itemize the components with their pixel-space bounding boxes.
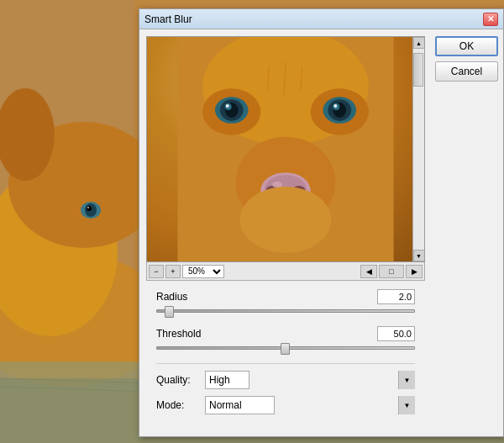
threshold-row: Threshold [156,326,415,341]
mode-dropdown-wrapper: Normal Edge Only Overlay Edge ▼ [205,396,415,414]
dialog-body: ▲ ▼ − + 25% 50% 100% 200% ◀ [139,29,503,436]
mode-dropdown-arrow: ▼ [398,396,415,414]
scroll-up-button[interactable]: ▲ [413,37,425,49]
scroll-thumb[interactable] [413,53,423,87]
quality-dropdown-arrow: ▼ [398,371,415,389]
nav-left-button[interactable]: ◀ [360,265,377,278]
radius-row: Radius [156,289,415,304]
quality-dropdown-wrapper: Low Medium High ▼ [205,371,415,389]
nav-thumb[interactable]: □ [379,265,404,278]
zoom-select[interactable]: 25% 50% 100% 200% [182,265,224,278]
preview-image [147,37,424,261]
svg-point-13 [87,207,89,208]
mode-label: Mode: [156,399,198,411]
left-panel: ▲ ▼ − + 25% 50% 100% 200% ◀ [139,29,432,436]
mode-row: Mode: Normal Edge Only Overlay Edge ▼ [156,396,415,414]
mode-select[interactable]: Normal Edge Only Overlay Edge [205,396,275,414]
threshold-slider-row [156,346,415,355]
dialog-title: Smart Blur [144,13,192,25]
quality-row: Quality: Low Medium High ▼ [156,371,415,389]
preview-container: ▲ ▼ [146,36,425,262]
preview-scrollbar-vertical: ▲ ▼ [412,37,424,261]
right-panel: OK Cancel [432,29,503,436]
smart-blur-dialog: Smart Blur ✕ [139,8,504,437]
svg-point-36 [240,187,332,253]
cancel-button[interactable]: Cancel [435,61,498,82]
threshold-slider-thumb[interactable] [281,343,290,355]
divider [156,363,415,364]
quality-select[interactable]: Low Medium High [205,371,249,389]
controls-panel: Radius Threshold [146,281,425,430]
close-button[interactable]: ✕ [483,13,498,26]
svg-point-23 [226,104,229,108]
dialog-titlebar: Smart Blur ✕ [139,9,503,29]
scroll-down-button[interactable]: ▼ [413,250,425,261]
radius-label: Radius [156,291,215,303]
radius-slider-track[interactable] [156,309,415,313]
quality-label: Quality: [156,374,198,386]
ok-button[interactable]: OK [435,36,498,56]
svg-point-12 [87,206,92,211]
zoom-out-button[interactable]: − [149,265,164,278]
scroll-track[interactable] [413,49,424,250]
svg-point-29 [333,104,337,108]
preview-dog-svg [147,37,424,261]
threshold-label: Threshold [156,328,215,340]
preview-toolbar: − + 25% 50% 100% 200% ◀ □ ▶ [146,262,425,281]
radius-slider-row [156,309,415,318]
nav-right-button[interactable]: ▶ [406,265,423,278]
threshold-slider-track[interactable] [156,346,415,350]
radius-slider-thumb[interactable] [165,306,174,318]
zoom-in-button[interactable]: + [165,265,181,278]
radius-value[interactable] [377,289,415,304]
threshold-value[interactable] [377,326,415,341]
